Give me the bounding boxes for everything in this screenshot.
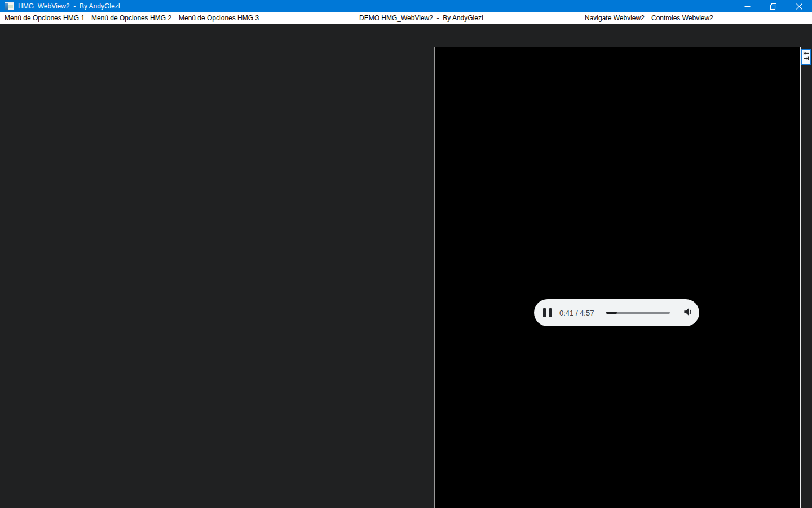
app-window: HMG_WebView2 - By AndyGlezL (0, 0, 812, 508)
sliders-icon (803, 50, 809, 64)
menu-item-demo-title[interactable]: DEMO HMG_WebView2 - By AndyGlezL (359, 12, 486, 24)
pause-icon (543, 308, 546, 317)
menu-item-navigate-webview2[interactable]: Navigate Webview2 (585, 12, 645, 24)
audio-player-controls: 0:41 / 4:57 (534, 299, 699, 326)
webview-video-surface (435, 47, 800, 508)
volume-button[interactable] (682, 307, 694, 318)
seek-progress (606, 312, 617, 314)
close-button[interactable] (786, 0, 812, 12)
window-title: HMG_WebView2 - By AndyGlezL (18, 0, 122, 12)
menu-item-opciones-hmg-3[interactable]: Menú de Opciones HMG 3 (179, 12, 259, 24)
restore-down-icon (770, 3, 776, 10)
menubar: Menú de Opciones HMG 1 Menú de Opciones … (0, 12, 812, 24)
pause-button[interactable] (543, 308, 552, 318)
caption-buttons (734, 0, 812, 12)
restore-button[interactable] (760, 0, 786, 12)
menu-item-opciones-hmg-1[interactable]: Menú de Opciones HMG 1 (5, 12, 85, 24)
webview-border-right (800, 47, 801, 508)
close-icon (796, 3, 802, 10)
form-client-area: 0:41 / 4:57 (0, 24, 812, 508)
trackbar-toggle-button[interactable] (801, 49, 811, 65)
pause-icon-bar2 (549, 308, 552, 317)
seek-bar[interactable] (606, 312, 670, 314)
app-icon-body (8, 5, 13, 8)
menu-item-controles-webview2[interactable]: Controles Webview2 (651, 12, 713, 24)
menu-item-opciones-hmg-2[interactable]: Menú de Opciones HMG 2 (91, 12, 171, 24)
titlebar: HMG_WebView2 - By AndyGlezL (0, 0, 812, 12)
minimize-icon (744, 3, 751, 10)
volume-up-icon (683, 306, 694, 319)
time-display: 0:41 / 4:57 (559, 309, 599, 317)
minimize-button[interactable] (734, 0, 760, 12)
app-window-icon (5, 2, 14, 10)
